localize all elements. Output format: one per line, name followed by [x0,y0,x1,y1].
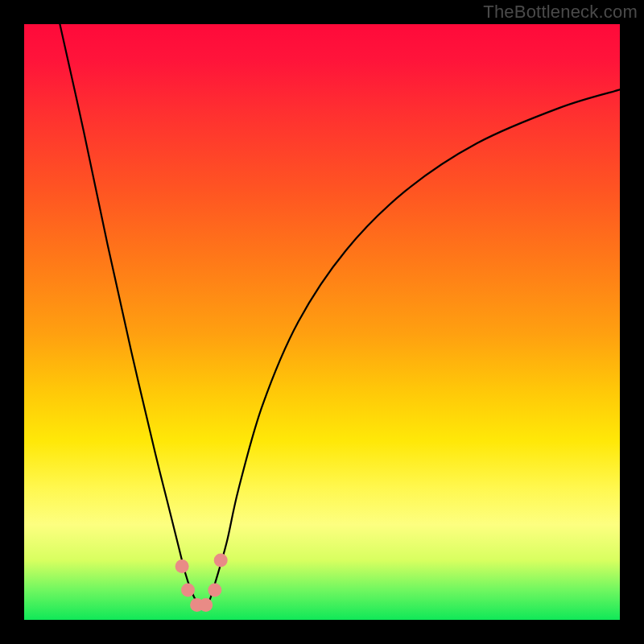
chart-plot-area [24,24,620,620]
valley-dot [175,559,189,573]
watermark-text: TheBottleneck.com [483,2,638,23]
valley-dot [208,584,221,597]
valley-dot [214,554,228,568]
bottleneck-curve-svg [24,24,620,620]
valley-dot [181,584,195,597]
valley-dot [199,598,213,612]
bottleneck-curve-path [60,24,620,608]
valley-dots-group [175,554,228,613]
